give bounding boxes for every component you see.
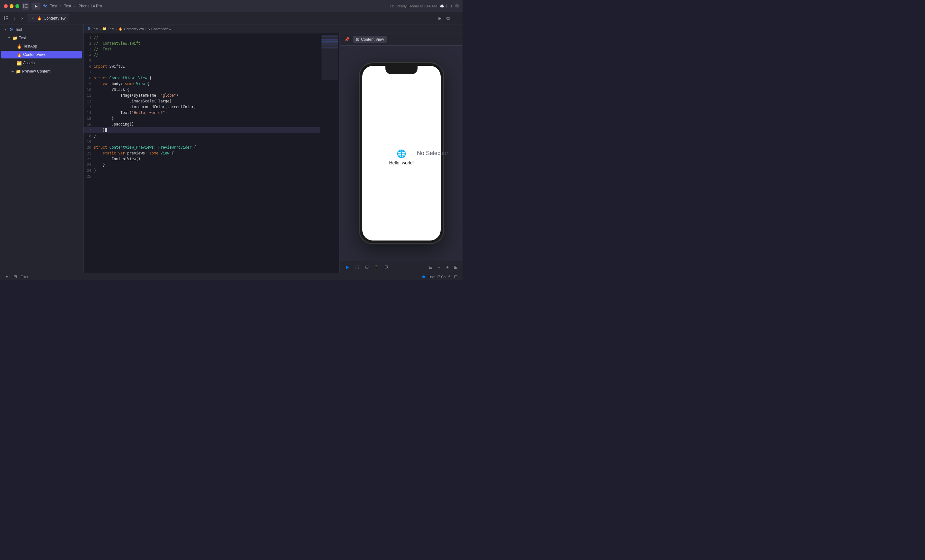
status-layout-toggle[interactable]: ⊡ (453, 274, 459, 280)
split-view-button[interactable]: ⧉ (455, 3, 459, 9)
project-icon: ⚒ (9, 27, 14, 32)
breadcrumb-sep-3: › (145, 27, 146, 31)
zoom-out-button[interactable]: − (435, 263, 443, 271)
zoom-fill-button[interactable]: ⊞ (452, 263, 459, 271)
breadcrumb-struct-icon: S (148, 27, 150, 31)
code-line-19: 19 (83, 139, 320, 145)
pin-button[interactable]: 📌 (343, 36, 350, 43)
nav-forward-button[interactable]: › (19, 15, 26, 22)
preview-title-label: Content View (361, 37, 384, 42)
breadcrumb-icon: ⚒ (87, 27, 90, 31)
preview-device-button[interactable]: 📱 (372, 263, 380, 271)
assets-icon: 🗂️ (17, 60, 22, 66)
breadcrumb-test-2[interactable]: Test (108, 27, 114, 31)
breadcrumb-contentview-1[interactable]: ContentView (124, 27, 144, 31)
minimize-button[interactable] (10, 4, 14, 8)
status-text: Test: Ready | Today at 1:44 AM (388, 4, 437, 8)
globe-icon: 🌐 (397, 149, 406, 158)
file-tab-label: ContentView (44, 16, 66, 21)
preview-title-button[interactable]: ⊡ Content View (353, 36, 387, 43)
sidebar-item-contentview[interactable]: 🔥 ContentView (1, 51, 82, 59)
breadcrumb-contentview-2[interactable]: ContentView (151, 27, 171, 31)
preview-inspect-button[interactable]: ⬚ (353, 263, 361, 271)
sidebar-item-testapp[interactable]: 🔥 TestApp (1, 42, 82, 50)
nav-buttons: ‹ › (11, 15, 26, 22)
svg-rect-0 (23, 4, 24, 8)
editor-preview: 1 // 2 // ContentView.swift 3 // Test 4 … (83, 33, 462, 273)
toolbar: ‹ › ✕ 🔥 ContentView ⊞ ⧉ ⬚ (0, 12, 462, 24)
svg-rect-3 (25, 8, 28, 8)
swift-icon: 🔥 (37, 16, 42, 21)
preview-play-button[interactable]: ▶ (343, 263, 351, 271)
sidebar-item-test-group[interactable]: ▼ 📁 Test (1, 34, 82, 42)
code-line-2: 2 // ContentView.swift (83, 41, 320, 46)
sidebar-item-test-project[interactable]: ▼ ⚒ Test (1, 26, 82, 33)
nav-back-button[interactable]: ‹ (11, 15, 18, 22)
status-layout-button[interactable]: ⊞ (12, 274, 18, 280)
breadcrumb-test-1[interactable]: Test (92, 27, 98, 31)
sidebar: ▼ ⚒ Test ▼ 📁 Test 🔥 TestApp 🔥 ContentVie… (0, 24, 83, 273)
inspector-toggle-icon[interactable]: ⊞ (436, 15, 443, 22)
title-bar-center: ⚒ Test › Test › iPhone 14 Pro Test: Read… (43, 3, 447, 9)
status-add-button[interactable]: + (4, 274, 10, 280)
breadcrumb-sep-2: › (116, 27, 117, 31)
run-button[interactable]: ▶ (32, 3, 41, 10)
breadcrumb-swift-icon: 🔥 (118, 27, 123, 31)
code-line-5: 5 (83, 58, 320, 63)
sidebar-item-preview-content[interactable]: ▶ 📁 Preview Content (1, 68, 82, 75)
code-line-13: 13 .foregroundColor(.accentColor) (83, 104, 320, 110)
sidebar-toggle-button[interactable] (22, 3, 29, 10)
device-selector[interactable]: iPhone 14 Pro (78, 4, 102, 8)
code-line-11: 11 Image(systemName: "globe") (83, 92, 320, 98)
svg-rect-5 (6, 17, 8, 17)
status-position: Line: 17 Col: 6 (428, 275, 450, 279)
preview-content-area: 🌐 Hello, world! No Selection (340, 45, 462, 261)
maximize-button[interactable] (15, 4, 19, 8)
breadcrumb-bar: ⚒ Test › 📁 Test › 🔥 ContentView › S Cont… (83, 24, 462, 33)
swift-file-icon: 🔥 (17, 44, 22, 49)
chevron-down-icon: ▼ (8, 36, 11, 39)
code-line-9: 9 var body: some View { (83, 81, 320, 87)
tab-test[interactable]: Test (64, 4, 71, 8)
sidebar-contentview-label: ContentView (23, 52, 45, 57)
zoom-in-button[interactable]: + (444, 263, 451, 271)
file-tab-contentview[interactable]: ✕ 🔥 ContentView (27, 14, 69, 23)
zoom-fit-button[interactable]: ⊟ (427, 263, 434, 271)
status-right: Line: 17 Col: 6 ⊡ (422, 274, 459, 280)
code-line-18: 18 } (83, 133, 320, 139)
preview-panel: 📌 ⊡ Content View 🌐 Hello, w (340, 33, 462, 273)
code-line-25: 25 (83, 173, 320, 179)
no-selection-label: No Selection (417, 150, 450, 157)
code-line-12: 12 .imageScale(.large) (83, 98, 320, 104)
status-left: + ⊞ Filter (4, 274, 28, 280)
sidebar-item-assets[interactable]: 🗂️ Assets (1, 59, 82, 67)
hello-world-text: Hello, world! (389, 160, 414, 166)
code-line-20: 20 struct ContentView_Previews: PreviewP… (83, 145, 320, 150)
content-area: ⚒ Test › 📁 Test › 🔥 ContentView › S Cont… (83, 24, 462, 273)
phone-notch (386, 66, 417, 74)
code-line-17: 17 }█ (83, 127, 320, 133)
close-button[interactable] (4, 4, 8, 8)
sidebar-testapp-label: TestApp (23, 44, 37, 48)
code-line-8: 8 struct ContentView: View { (83, 75, 320, 81)
split-editor-icon[interactable]: ⬚ (453, 15, 460, 22)
add-tab-button[interactable]: + (450, 3, 453, 9)
navigator-toggle-icon[interactable] (3, 15, 10, 22)
sidebar-group-label: Test (19, 36, 26, 40)
folder-icon: 📁 (16, 69, 21, 74)
preview-grid-button[interactable]: ⊞ (363, 263, 371, 271)
folder-icon: 📁 (12, 35, 18, 41)
svg-rect-6 (6, 18, 8, 19)
code-editor[interactable]: 1 // 2 // ContentView.swift 3 // Test 4 … (83, 33, 320, 273)
sidebar-preview-content-label: Preview Content (22, 69, 50, 74)
code-line-15: 15 } (83, 116, 320, 121)
main-layout: ▼ ⚒ Test ▼ 📁 Test 🔥 TestApp 🔥 ContentVie… (0, 24, 462, 273)
file-tab-close-icon[interactable]: ✕ (30, 16, 35, 21)
svg-rect-1 (25, 4, 28, 5)
preview-settings-button[interactable]: ⏱ (382, 263, 390, 271)
code-line-3: 3 // Test (83, 46, 320, 52)
traffic-lights (4, 4, 19, 8)
code-line-7: 7 (83, 69, 320, 75)
code-review-icon[interactable]: ⧉ (444, 15, 452, 22)
svg-rect-4 (4, 17, 5, 20)
